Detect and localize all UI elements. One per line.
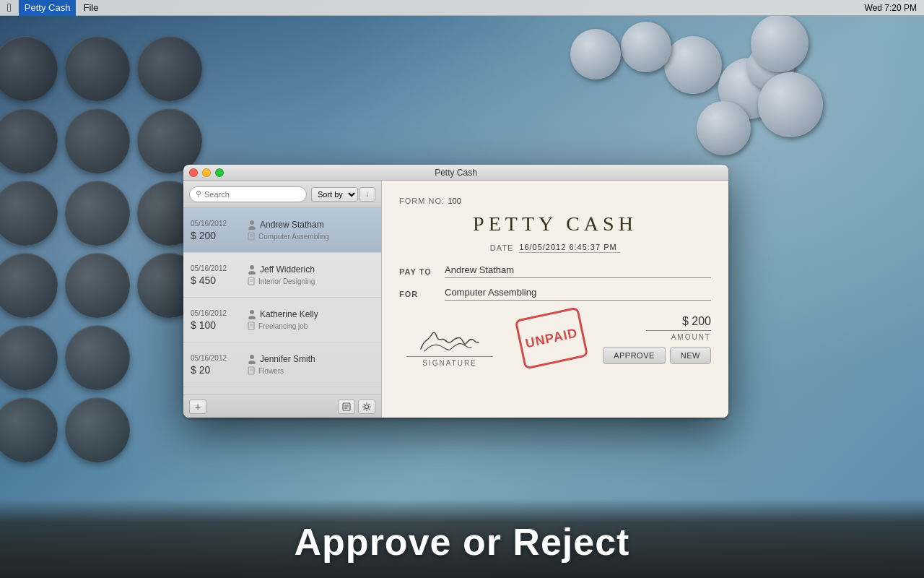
coin-decoration bbox=[758, 72, 823, 137]
svg-point-5 bbox=[250, 265, 254, 269]
app-name-menu[interactable]: Petty Cash bbox=[19, 0, 77, 16]
item-date: 05/16/2012 bbox=[191, 264, 241, 272]
item-date-amount: 05/16/2012 $ 200 bbox=[191, 220, 241, 241]
svg-point-15 bbox=[250, 355, 254, 359]
list-item[interactable]: 05/16/2012 John White bbox=[183, 387, 381, 394]
svg-point-16 bbox=[248, 361, 256, 364]
bottom-overlay: Approve or Reject bbox=[0, 499, 924, 578]
approve-button[interactable]: APPROVE bbox=[603, 347, 666, 364]
document-icon bbox=[247, 232, 256, 241]
svg-point-10 bbox=[250, 310, 254, 314]
list-item[interactable]: 05/16/2012 $ 20 Jennifer Smith bbox=[183, 342, 381, 387]
form-date-row: DATE 16/05/2012 6:45:37 PM bbox=[399, 243, 711, 253]
item-date-amount: 05/16/2012 $ 450 bbox=[191, 264, 241, 286]
menubar-left:  Petty Cash File bbox=[0, 0, 105, 16]
window-title: Petty Cash bbox=[435, 168, 477, 178]
main-content: FORM NO: 100 PETTY CASH DATE 16/05/2012 … bbox=[382, 181, 728, 418]
unpaid-stamp: UNPAID bbox=[515, 306, 589, 369]
item-date: 05/16/2012 bbox=[191, 309, 241, 317]
bottom-text: Approve or Reject bbox=[295, 520, 630, 564]
sidebar-list[interactable]: 05/16/2012 $ 200 Andrew Statham bbox=[183, 208, 381, 394]
form-no: FORM NO: 100 bbox=[399, 194, 461, 207]
coin-decoration bbox=[751, 14, 808, 72]
item-amount: $ 450 bbox=[191, 275, 241, 286]
new-button[interactable]: NEW bbox=[670, 347, 711, 364]
item-date-amount: 05/16/2012 $ 20 bbox=[191, 354, 241, 376]
sidebar-bottom-toolbar: + bbox=[183, 394, 381, 418]
apple-menu[interactable]:  bbox=[0, 1, 19, 14]
window-body: ⚲ Sort by ↓ 05/16/2012 bbox=[183, 181, 728, 418]
item-date: 05/16/2012 bbox=[191, 220, 241, 228]
document-icon bbox=[247, 277, 256, 285]
settings-button[interactable] bbox=[358, 400, 375, 414]
window-titlebar: Petty Cash bbox=[183, 165, 728, 181]
item-amount: $ 100 bbox=[191, 319, 241, 331]
item-person: Jennifer Smith bbox=[247, 354, 374, 364]
coin-decoration bbox=[621, 22, 671, 72]
svg-point-26 bbox=[365, 405, 369, 408]
item-date: 05/16/2012 bbox=[191, 354, 241, 362]
window-controls bbox=[189, 168, 224, 177]
form-bottom: SIGNATURE UNPAID $ 200 AMOUNT bbox=[399, 309, 711, 367]
file-menu[interactable]: File bbox=[76, 0, 105, 16]
export-icon bbox=[341, 402, 352, 412]
list-item[interactable]: 05/16/2012 $ 100 Katherine Kelly bbox=[183, 298, 381, 342]
close-button[interactable] bbox=[189, 168, 198, 177]
menubar:  Petty Cash File Wed 7:20 PM bbox=[0, 0, 924, 16]
svg-point-1 bbox=[248, 226, 256, 230]
search-icon: ⚲ bbox=[196, 189, 201, 199]
item-details: Andrew Statham Computer Assembling bbox=[247, 220, 374, 241]
list-item[interactable]: 05/16/2012 $ 450 Jeff Widderich bbox=[183, 253, 381, 298]
person-icon bbox=[247, 309, 257, 319]
petty-cash-window: Petty Cash ⚲ Sort by ↓ bbox=[183, 165, 728, 418]
sort-select[interactable]: Sort by bbox=[311, 187, 358, 202]
item-person: Jeff Widderich bbox=[247, 264, 374, 275]
menubar-right: Wed 7:20 PM bbox=[865, 3, 924, 13]
item-details: Katherine Kelly Freelancing job bbox=[247, 309, 374, 330]
amount-actions: $ 200 AMOUNT APPROVE NEW bbox=[603, 315, 711, 367]
coin-decoration bbox=[697, 101, 751, 155]
search-box[interactable]: ⚲ bbox=[189, 186, 307, 202]
minimize-button[interactable] bbox=[202, 168, 211, 177]
item-description: Freelancing job bbox=[247, 322, 374, 330]
maximize-button[interactable] bbox=[215, 168, 224, 177]
item-amount: $ 20 bbox=[191, 364, 241, 376]
form-title: PETTY CASH bbox=[399, 212, 711, 236]
file-menu-label: File bbox=[83, 2, 98, 13]
form-actions: APPROVE NEW bbox=[603, 347, 711, 367]
item-description: Flowers bbox=[247, 366, 374, 375]
item-person: Katherine Kelly bbox=[247, 309, 374, 319]
list-item[interactable]: 05/16/2012 $ 200 Andrew Statham bbox=[183, 208, 381, 253]
item-details: Jeff Widderich Interior Designing bbox=[247, 264, 374, 285]
amount-label: AMOUNT bbox=[671, 333, 711, 341]
form-area: FORM NO: 100 PETTY CASH DATE 16/05/2012 … bbox=[382, 181, 728, 418]
sidebar: ⚲ Sort by ↓ 05/16/2012 bbox=[183, 181, 382, 418]
sort-down-button[interactable]: ↓ bbox=[359, 187, 375, 202]
amount-area: $ 200 AMOUNT bbox=[639, 315, 711, 341]
sort-control: Sort by ↓ bbox=[311, 187, 375, 202]
add-button[interactable]: + bbox=[189, 400, 206, 414]
person-icon bbox=[247, 264, 257, 275]
amount-value: $ 200 bbox=[646, 315, 711, 331]
document-icon bbox=[247, 322, 256, 330]
item-description: Computer Assembling bbox=[247, 232, 374, 241]
form-header: FORM NO: 100 bbox=[399, 194, 711, 207]
coin-decoration bbox=[664, 36, 722, 94]
item-date-amount: 05/16/2012 $ 100 bbox=[191, 309, 241, 331]
svg-point-11 bbox=[248, 316, 256, 319]
svg-point-0 bbox=[250, 220, 254, 225]
app-name-label: Petty Cash bbox=[25, 2, 71, 13]
person-icon bbox=[247, 354, 257, 364]
gear-icon bbox=[362, 402, 372, 412]
document-icon bbox=[247, 366, 256, 375]
person-icon bbox=[247, 220, 257, 230]
svg-point-6 bbox=[248, 271, 256, 275]
export-button[interactable] bbox=[338, 400, 355, 414]
search-input[interactable] bbox=[204, 190, 300, 199]
item-description: Interior Designing bbox=[247, 277, 374, 285]
item-details: Jennifer Smith Flowers bbox=[247, 354, 374, 375]
stamp-area: UNPAID bbox=[515, 309, 588, 367]
coin-decoration bbox=[570, 29, 621, 79]
sidebar-toolbar: ⚲ Sort by ↓ bbox=[183, 181, 381, 208]
signature-image bbox=[414, 324, 486, 356]
